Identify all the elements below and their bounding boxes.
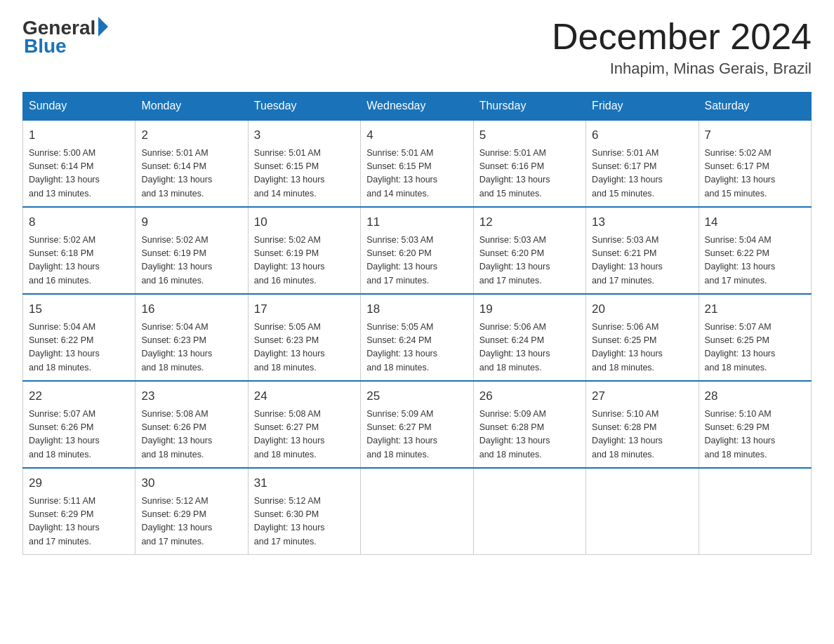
calendar-cell: 12Sunrise: 5:03 AMSunset: 6:20 PMDayligh… <box>473 207 585 294</box>
calendar-cell: 14Sunrise: 5:04 AMSunset: 6:22 PMDayligh… <box>699 207 811 294</box>
page-header: General Blue December 2024 Inhapim, Mina… <box>22 17 812 78</box>
day-info: Sunrise: 5:07 AMSunset: 6:26 PMDaylight:… <box>29 408 129 462</box>
day-info: Sunrise: 5:08 AMSunset: 6:26 PMDaylight:… <box>141 408 241 462</box>
day-info: Sunrise: 5:02 AMSunset: 6:17 PMDaylight:… <box>705 147 805 201</box>
calendar-cell: 25Sunrise: 5:09 AMSunset: 6:27 PMDayligh… <box>361 381 473 468</box>
day-number: 8 <box>29 213 129 232</box>
calendar-cell: 6Sunrise: 5:01 AMSunset: 6:17 PMDaylight… <box>586 120 699 207</box>
calendar-cell: 22Sunrise: 5:07 AMSunset: 6:26 PMDayligh… <box>23 381 135 468</box>
day-number: 7 <box>705 126 805 145</box>
day-info: Sunrise: 5:01 AMSunset: 6:15 PMDaylight:… <box>254 147 355 201</box>
calendar-cell: 20Sunrise: 5:06 AMSunset: 6:25 PMDayligh… <box>586 294 699 381</box>
calendar-header-row: SundayMondayTuesdayWednesdayThursdayFrid… <box>23 93 812 121</box>
logo-triangle-icon <box>98 17 108 36</box>
header-friday: Friday <box>586 93 699 121</box>
logo: General Blue <box>22 17 108 58</box>
calendar-cell: 29Sunrise: 5:11 AMSunset: 6:29 PMDayligh… <box>23 468 135 555</box>
header-thursday: Thursday <box>473 93 585 121</box>
day-info: Sunrise: 5:01 AMSunset: 6:14 PMDaylight:… <box>141 147 241 201</box>
day-info: Sunrise: 5:12 AMSunset: 6:29 PMDaylight:… <box>141 495 241 549</box>
header-saturday: Saturday <box>699 93 811 121</box>
day-info: Sunrise: 5:04 AMSunset: 6:23 PMDaylight:… <box>141 321 241 375</box>
day-number: 14 <box>705 213 805 232</box>
title-block: December 2024 Inhapim, Minas Gerais, Bra… <box>552 17 812 78</box>
calendar-cell <box>699 468 811 555</box>
day-number: 31 <box>254 474 355 492</box>
day-number: 17 <box>254 300 355 318</box>
calendar-cell: 4Sunrise: 5:01 AMSunset: 6:15 PMDaylight… <box>361 120 473 207</box>
day-number: 3 <box>254 126 355 145</box>
day-info: Sunrise: 5:09 AMSunset: 6:28 PMDaylight:… <box>479 408 580 462</box>
day-info: Sunrise: 5:11 AMSunset: 6:29 PMDaylight:… <box>29 495 129 549</box>
day-number: 20 <box>592 300 692 318</box>
day-info: Sunrise: 5:06 AMSunset: 6:25 PMDaylight:… <box>592 321 692 375</box>
calendar-cell <box>361 468 473 555</box>
day-number: 26 <box>479 387 580 405</box>
header-monday: Monday <box>135 93 248 121</box>
day-number: 18 <box>366 300 467 318</box>
day-number: 10 <box>254 213 355 232</box>
calendar-cell <box>473 468 585 555</box>
day-info: Sunrise: 5:10 AMSunset: 6:28 PMDaylight:… <box>592 408 692 462</box>
header-wednesday: Wednesday <box>361 93 473 121</box>
calendar-cell <box>586 468 699 555</box>
month-title: December 2024 <box>552 17 812 57</box>
calendar-table: SundayMondayTuesdayWednesdayThursdayFrid… <box>22 92 812 555</box>
day-info: Sunrise: 5:00 AMSunset: 6:14 PMDaylight:… <box>29 147 129 201</box>
calendar-cell: 23Sunrise: 5:08 AMSunset: 6:26 PMDayligh… <box>135 381 248 468</box>
day-number: 27 <box>592 387 692 405</box>
day-info: Sunrise: 5:01 AMSunset: 6:17 PMDaylight:… <box>592 147 692 201</box>
calendar-cell: 9Sunrise: 5:02 AMSunset: 6:19 PMDaylight… <box>135 207 248 294</box>
day-number: 12 <box>479 213 580 232</box>
calendar-cell: 13Sunrise: 5:03 AMSunset: 6:21 PMDayligh… <box>586 207 699 294</box>
day-number: 19 <box>479 300 580 318</box>
day-info: Sunrise: 5:03 AMSunset: 6:20 PMDaylight:… <box>366 234 467 288</box>
day-number: 1 <box>29 126 129 145</box>
day-number: 11 <box>366 213 467 232</box>
day-info: Sunrise: 5:07 AMSunset: 6:25 PMDaylight:… <box>705 321 805 375</box>
calendar-body: 1Sunrise: 5:00 AMSunset: 6:14 PMDaylight… <box>23 120 812 555</box>
day-info: Sunrise: 5:01 AMSunset: 6:16 PMDaylight:… <box>479 147 580 201</box>
day-number: 24 <box>254 387 355 405</box>
day-info: Sunrise: 5:01 AMSunset: 6:15 PMDaylight:… <box>366 147 467 201</box>
day-info: Sunrise: 5:04 AMSunset: 6:22 PMDaylight:… <box>705 234 805 288</box>
day-number: 6 <box>592 126 692 145</box>
day-info: Sunrise: 5:05 AMSunset: 6:23 PMDaylight:… <box>254 321 355 375</box>
day-info: Sunrise: 5:02 AMSunset: 6:18 PMDaylight:… <box>29 234 129 288</box>
calendar-cell: 17Sunrise: 5:05 AMSunset: 6:23 PMDayligh… <box>248 294 360 381</box>
header-tuesday: Tuesday <box>248 93 360 121</box>
day-info: Sunrise: 5:03 AMSunset: 6:20 PMDaylight:… <box>479 234 580 288</box>
calendar-cell: 15Sunrise: 5:04 AMSunset: 6:22 PMDayligh… <box>23 294 135 381</box>
day-number: 9 <box>141 213 241 232</box>
day-info: Sunrise: 5:06 AMSunset: 6:24 PMDaylight:… <box>479 321 580 375</box>
day-number: 29 <box>29 474 129 492</box>
logo-blue-text: Blue <box>24 35 67 58</box>
calendar-cell: 8Sunrise: 5:02 AMSunset: 6:18 PMDaylight… <box>23 207 135 294</box>
day-info: Sunrise: 5:08 AMSunset: 6:27 PMDaylight:… <box>254 408 355 462</box>
day-info: Sunrise: 5:10 AMSunset: 6:29 PMDaylight:… <box>705 408 805 462</box>
calendar-cell: 1Sunrise: 5:00 AMSunset: 6:14 PMDaylight… <box>23 120 135 207</box>
day-number: 15 <box>29 300 129 318</box>
day-info: Sunrise: 5:02 AMSunset: 6:19 PMDaylight:… <box>141 234 241 288</box>
calendar-cell: 31Sunrise: 5:12 AMSunset: 6:30 PMDayligh… <box>248 468 360 555</box>
calendar-cell: 24Sunrise: 5:08 AMSunset: 6:27 PMDayligh… <box>248 381 360 468</box>
week-row-3: 15Sunrise: 5:04 AMSunset: 6:22 PMDayligh… <box>23 294 812 381</box>
day-info: Sunrise: 5:05 AMSunset: 6:24 PMDaylight:… <box>366 321 467 375</box>
day-number: 4 <box>366 126 467 145</box>
location-title: Inhapim, Minas Gerais, Brazil <box>552 60 812 78</box>
calendar-cell: 2Sunrise: 5:01 AMSunset: 6:14 PMDaylight… <box>135 120 248 207</box>
day-number: 22 <box>29 387 129 405</box>
day-info: Sunrise: 5:04 AMSunset: 6:22 PMDaylight:… <box>29 321 129 375</box>
day-number: 25 <box>366 387 467 405</box>
day-number: 21 <box>705 300 805 318</box>
calendar-cell: 5Sunrise: 5:01 AMSunset: 6:16 PMDaylight… <box>473 120 585 207</box>
day-number: 5 <box>479 126 580 145</box>
week-row-4: 22Sunrise: 5:07 AMSunset: 6:26 PMDayligh… <box>23 381 812 468</box>
day-info: Sunrise: 5:12 AMSunset: 6:30 PMDaylight:… <box>254 495 355 549</box>
calendar-cell: 3Sunrise: 5:01 AMSunset: 6:15 PMDaylight… <box>248 120 360 207</box>
calendar-cell: 18Sunrise: 5:05 AMSunset: 6:24 PMDayligh… <box>361 294 473 381</box>
calendar-cell: 28Sunrise: 5:10 AMSunset: 6:29 PMDayligh… <box>699 381 811 468</box>
calendar-cell: 19Sunrise: 5:06 AMSunset: 6:24 PMDayligh… <box>473 294 585 381</box>
header-sunday: Sunday <box>23 93 135 121</box>
day-info: Sunrise: 5:09 AMSunset: 6:27 PMDaylight:… <box>366 408 467 462</box>
